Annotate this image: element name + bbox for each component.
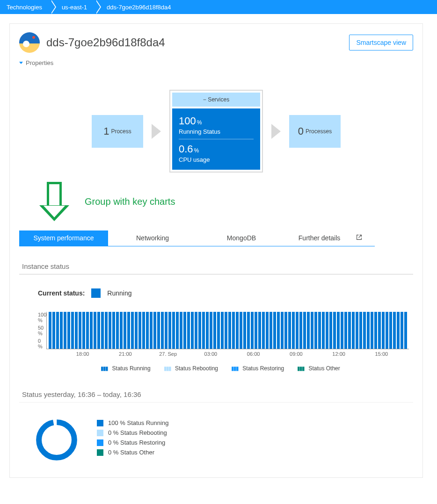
main-card: dds-7goe2b96d18f8da4 Smartscape view Pro… [9,23,423,478]
chart-bar [236,312,239,349]
breadcrumb-item-instance[interactable]: dds-7goe2b96d18f8da4 [95,0,179,14]
chart-bar [198,312,201,349]
chevron-down-icon [19,62,23,64]
chart-x-tick: 21:00 [104,351,146,357]
donut-legend-label: 0 % Status Rebooting [108,429,167,436]
chart-bar [228,312,231,349]
chart-bar [258,312,261,349]
chart-bar [337,312,340,349]
chart-bar [303,312,306,349]
chart-bar [217,312,220,349]
tab-further-details-label: Further details [299,234,340,242]
legend-color-swatch [97,449,103,456]
smartscape-view-button[interactable]: Smartscape view [349,35,413,50]
donut-legend-label: 100 % Status Running [108,419,168,426]
tab-further-details[interactable]: Further details [286,230,375,246]
chart-bar [120,312,123,349]
chart-bar [157,312,160,349]
chart-bar [150,312,153,349]
chart-legend-item[interactable]: ▮▮▮ Status Other [297,365,340,372]
current-status-value: Running [107,289,131,297]
chart-bar [180,312,182,349]
chart-legend-label: Status Running [110,365,150,372]
annotation-text: Group with key charts [85,196,175,207]
chart-bar [172,312,175,349]
properties-toggle[interactable]: Properties [19,59,413,66]
chart-bar [284,312,287,349]
status-summary-title: Status yesterday, 16:36 – today, 16:36 [22,390,413,398]
metrics-panel[interactable]: 100% Running Status 0.6% CPU usage [172,108,260,170]
chart-bar [75,312,78,349]
chart-bar [356,312,358,349]
chart-bar [307,312,310,349]
tab-networking[interactable]: Networking [108,230,197,246]
chart-y-axis: 100 % 50 % 0 % [38,312,46,349]
tab-mongodb[interactable]: MongoDB [197,230,286,246]
chart-bar [131,312,134,349]
chart-bar [153,312,156,349]
chart-bar [64,312,66,349]
chart-bar [393,312,396,349]
chart-x-tick: 12:00 [318,351,360,357]
chart-bar [371,312,373,349]
chart-bar [277,312,280,349]
infographic: 1 Process − Services 100% Running Status… [19,90,413,173]
chart-x-tick: 27. Sep [147,351,189,357]
current-status-row: Current status: Running [38,288,413,298]
chart-bar [378,312,381,349]
chart-x-tick: 18:00 [61,351,104,357]
chart-bar [206,312,209,349]
chart-bar [60,312,63,349]
chart-legend-label: Status Restoring [241,365,284,372]
instance-status-section-title: Instance status [22,262,413,270]
breadcrumb-item-technologies[interactable]: Technologies [0,0,51,14]
chart-bar [311,312,313,349]
chart-bar [262,312,265,349]
tab-system-performance[interactable]: System performance [19,230,108,246]
chart-x-tick: 09:00 [275,351,317,357]
chart-bar [94,312,96,349]
process-left-label: Process [111,128,131,135]
process-right-value: 0 [298,125,304,137]
bar-chart-icon: ▮▮▮ [101,365,108,372]
current-status-label: Current status: [38,289,85,297]
chart-bar [397,312,400,349]
chart-bar [165,312,168,349]
chart-bar [314,312,317,349]
chart-legend-label: Status Rebooting [174,365,218,372]
chart-bar [105,312,108,349]
chart-legend-item[interactable]: ▮▮▮ Status Restoring [231,365,284,372]
chart-legend-item[interactable]: ▮▮▮ Status Rebooting [164,365,218,372]
chart-bar [86,312,89,349]
chart-bar [97,312,100,349]
chart-bar [367,312,370,349]
chart-bar [318,312,321,349]
chart-bar [322,312,325,349]
chart-bar [109,312,111,349]
chart-bar [404,312,407,349]
chart-bar [243,312,246,349]
chart-bar [56,312,59,349]
process-right-tile[interactable]: 0 Processes [289,115,341,148]
chart-legend-item[interactable]: ▮▮▮ Status Running [101,365,150,372]
chart-bar [183,312,186,349]
status-bar-chart: 100 % 50 % 0 % 18:0021:0027. Sep03:0006:… [38,312,403,372]
chart-bar [296,312,299,349]
chart-x-axis: 18:0021:0027. Sep03:0006:0009:0012:0015:… [61,351,403,357]
center-tile: − Services 100% Running Status 0.6% CPU … [169,90,263,173]
divider [19,274,413,274]
process-left-tile[interactable]: 1 Process [92,115,143,148]
chart-plot-area[interactable] [46,312,409,349]
chart-x-tick: 06:00 [232,351,275,357]
chart-bar [202,312,205,349]
legend-color-swatch [97,439,103,446]
donut-legend-label: 0 % Status Other [108,449,154,456]
chart-bar [71,312,74,349]
chart-bar [112,312,115,349]
running-status-value: 100 [179,115,196,127]
services-collapse-button[interactable]: − Services [172,93,260,107]
external-link-icon [356,234,362,242]
chart-bar [191,312,194,349]
chart-bar [352,312,355,349]
breadcrumb-item-region[interactable]: us-east-1 [51,0,95,14]
